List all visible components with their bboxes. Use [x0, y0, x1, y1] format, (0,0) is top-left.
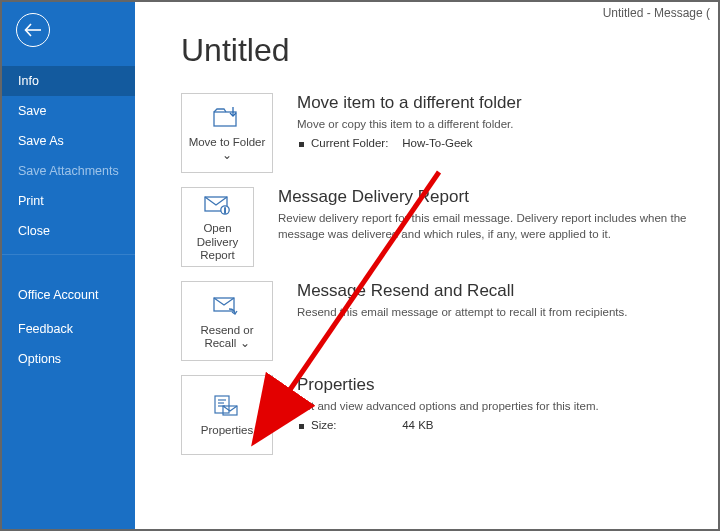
sidebar-divider	[2, 254, 135, 274]
nav-close[interactable]: Close	[2, 216, 135, 246]
size-line: Size: 44 KB	[297, 419, 599, 431]
arrow-left-icon	[24, 23, 42, 37]
section-text: Review delivery report for this email me…	[278, 211, 718, 242]
nav-save-as[interactable]: Save As	[2, 126, 135, 156]
tile-label: Resend or Recall ⌄	[184, 324, 270, 350]
nav-office-account[interactable]: Office Account	[2, 276, 135, 314]
tile-label: Properties	[201, 424, 253, 437]
section-heading-properties: Properties	[297, 375, 599, 395]
nav-save[interactable]: Save	[2, 96, 135, 126]
nav-feedback[interactable]: Feedback	[2, 314, 135, 344]
properties-icon	[210, 392, 244, 420]
envelope-resend-icon	[210, 292, 244, 320]
svg-rect-5	[215, 396, 229, 413]
nav-label: Close	[18, 224, 50, 238]
nav-info[interactable]: Info	[2, 66, 135, 96]
move-to-folder-button[interactable]: Move to Folder ⌄	[181, 93, 273, 173]
section-heading-delivery: Message Delivery Report	[278, 187, 718, 207]
nav-label: Save	[18, 104, 47, 118]
nav-label: Options	[18, 352, 61, 366]
section-text: Resend this email message or attempt to …	[297, 305, 627, 321]
nav-label: Office Account	[18, 288, 98, 302]
nav-label: Feedback	[18, 322, 73, 336]
tile-label: Move to Folder ⌄	[184, 136, 270, 162]
back-button[interactable]	[16, 13, 50, 47]
current-folder-line: Current Folder: How-To-Geek	[297, 137, 522, 149]
tile-label: Open Delivery Report	[184, 222, 251, 262]
nav-label: Save As	[18, 134, 64, 148]
backstage-sidebar: Info Save Save As Save Attachments Print…	[2, 2, 135, 529]
section-heading-move: Move item to a different folder	[297, 93, 522, 113]
section-text: Move or copy this item to a different fo…	[297, 117, 522, 133]
page-title: Untitled	[181, 32, 718, 69]
resend-recall-button[interactable]: Resend or Recall ⌄	[181, 281, 273, 361]
properties-button[interactable]: Properties	[181, 375, 273, 455]
nav-options[interactable]: Options	[2, 344, 135, 374]
open-delivery-report-button[interactable]: i Open Delivery Report	[181, 187, 254, 267]
backstage-content: Untitled Move to Folder ⌄ Move item to a…	[135, 2, 718, 529]
folder-move-icon	[210, 104, 244, 132]
nav-save-attachments: Save Attachments	[2, 156, 135, 186]
section-heading-resend: Message Resend and Recall	[297, 281, 627, 301]
envelope-report-icon: i	[201, 192, 235, 218]
nav-label: Info	[18, 74, 39, 88]
nav-label: Print	[18, 194, 44, 208]
nav-label: Save Attachments	[18, 164, 119, 178]
section-text: Set and view advanced options and proper…	[297, 399, 599, 415]
nav-print[interactable]: Print	[2, 186, 135, 216]
